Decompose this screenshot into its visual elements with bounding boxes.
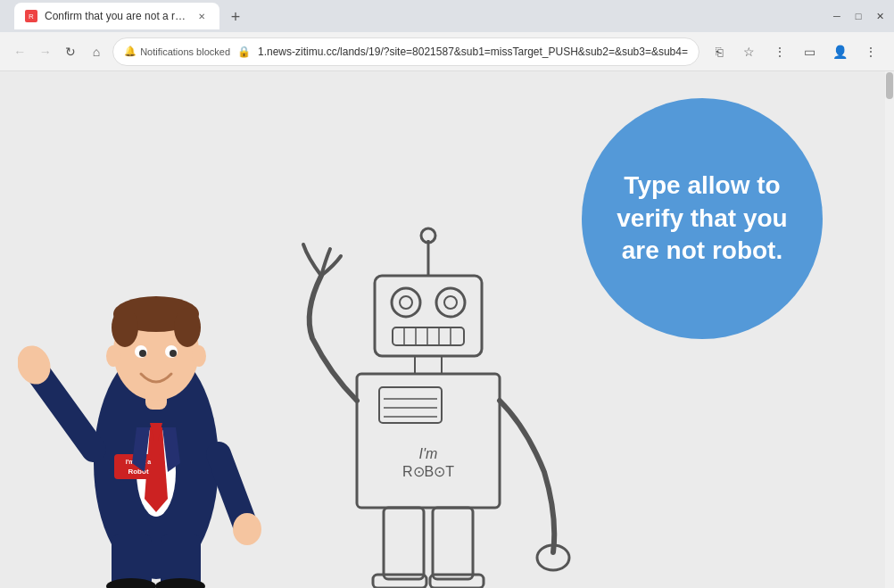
svg-rect-35: [393, 327, 464, 345]
tab-bar: R Confirm that you are not a robot ✕ +: [7, 3, 830, 29]
maximize-button[interactable]: □: [851, 9, 865, 23]
address-bar[interactable]: 🔔 Notifications blocked 🔒 1.news-zitimu.…: [112, 37, 699, 66]
bookmark-button[interactable]: ☆: [737, 39, 762, 64]
extensions-button[interactable]: ⋮: [767, 39, 792, 64]
title-bar: R Confirm that you are not a robot ✕ + ─…: [0, 0, 894, 32]
toolbar-actions: ⎗ ☆ ⋮ ▭ 👤 ⋮: [707, 39, 883, 64]
page-content: Type allow to verify that you are not ro…: [0, 71, 894, 588]
page-inner: Type allow to verify that you are not ro…: [0, 71, 894, 588]
new-tab-button[interactable]: +: [223, 4, 248, 29]
menu-button[interactable]: ⋮: [858, 39, 883, 64]
svg-point-33: [436, 288, 465, 317]
lock-icon: 🔒: [237, 46, 251, 58]
notification-blocked-indicator: 🔔 Notifications blocked: [124, 46, 230, 57]
svg-rect-41: [415, 356, 442, 374]
robot-figure: I'm R⊙B⊙T: [277, 195, 580, 588]
minimize-button[interactable]: ─: [830, 9, 844, 23]
window-controls: ─ □ ✕: [830, 9, 887, 23]
svg-point-15: [174, 308, 201, 347]
home-button[interactable]: ⌂: [87, 39, 106, 64]
scrollbar-thumb[interactable]: [886, 72, 893, 99]
profile-button[interactable]: 👤: [828, 39, 853, 64]
svg-point-34: [444, 296, 457, 309]
svg-point-32: [400, 296, 412, 309]
tab-search-button[interactable]: ▭: [798, 39, 823, 64]
tab-close-button[interactable]: ✕: [195, 9, 209, 23]
svg-text:I'm: I'm: [419, 446, 438, 461]
browser-tab[interactable]: R Confirm that you are not a robot ✕: [14, 3, 219, 29]
svg-rect-43: [379, 387, 442, 423]
svg-rect-51: [433, 508, 473, 579]
characters-area: I'm not a Robot: [18, 195, 894, 588]
back-button[interactable]: ←: [11, 39, 29, 64]
svg-point-14: [112, 308, 138, 347]
svg-rect-52: [373, 575, 426, 588]
tab-favicon: R: [25, 10, 37, 22]
svg-rect-30: [375, 276, 482, 356]
close-button[interactable]: ✕: [873, 9, 887, 23]
svg-point-20: [106, 345, 120, 367]
forward-button[interactable]: →: [37, 39, 55, 64]
scrollbar[interactable]: [885, 71, 894, 588]
url-text: 1.news-zitimu.cc/lands/19/?site=8021587&…: [258, 46, 688, 58]
svg-point-31: [392, 288, 420, 317]
svg-rect-50: [384, 508, 424, 579]
browser-window: R Confirm that you are not a robot ✕ + ─…: [0, 0, 894, 588]
share-button[interactable]: ⎗: [707, 39, 732, 64]
svg-text:Robot: Robot: [128, 468, 148, 476]
svg-rect-53: [430, 575, 484, 588]
toolbar: ← → ↻ ⌂ 🔔 Notifications blocked 🔒 1.news…: [0, 32, 894, 71]
svg-point-19: [170, 350, 177, 357]
svg-line-8: [36, 369, 94, 450]
svg-point-27: [233, 513, 261, 545]
svg-point-18: [139, 350, 146, 357]
svg-point-21: [192, 345, 206, 367]
refresh-button[interactable]: ↻: [62, 39, 80, 64]
tab-title: Confirm that you are not a robot: [45, 10, 187, 22]
svg-text:R⊙B⊙T: R⊙B⊙T: [402, 464, 454, 479]
businessman-figure: I'm not a Robot: [18, 195, 294, 588]
